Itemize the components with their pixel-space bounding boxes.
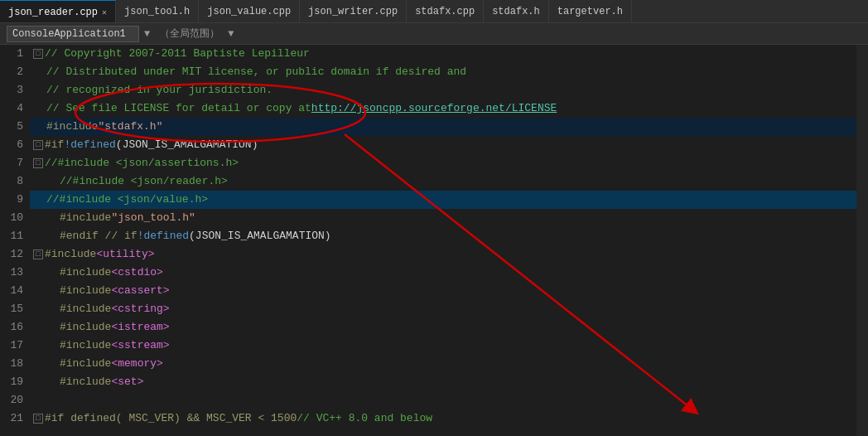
line-4-text: // See file LICENSE for detail or copy a… [46, 99, 311, 118]
tab-label: json_reader.cpp [8, 7, 98, 18]
code-line-16: #include <istream> [30, 318, 856, 337]
collapse-icon-6[interactable]: □ [33, 140, 43, 150]
tab-json-writer[interactable]: json_writer.cpp [300, 0, 407, 23]
project-selector[interactable]: ConsoleApplication1 [7, 26, 139, 42]
line-num-19: 19 [0, 373, 23, 391]
line-num-2: 2 [0, 63, 23, 81]
tab-targetver[interactable]: targetver.h [549, 0, 632, 23]
toolbar-arrow: ▼ [144, 28, 150, 40]
line-num-18: 18 [0, 355, 23, 373]
collapse-icon-1[interactable]: □ [33, 49, 43, 59]
code-line-4: // See file LICENSE for detail or copy a… [30, 99, 856, 118]
line-3-text: // recognized in your jurisdiction. [46, 81, 272, 99]
code-area: 1 2 3 4 5 6 7 8 9 10 11 12 13 14 15 16 1… [0, 45, 868, 436]
code-line-19: #include <set> [30, 373, 856, 391]
line-6-text: #if [45, 136, 64, 154]
code-line-2: // Distributed under MIT license, or pub… [30, 63, 856, 81]
code-line-12: □ #include <utility> [30, 245, 856, 264]
code-line-17: #include <sstream> [30, 337, 856, 355]
code-line-7: □ //#include <json/assertions.h> [30, 154, 856, 172]
line-num-1: 1 [0, 45, 23, 63]
line-5-include: #include [46, 118, 98, 136]
toolbar: ConsoleApplication1 ▼ （全局范围） ▼ [0, 23, 868, 45]
code-line-8: //#include <json/reader.h> [30, 172, 856, 191]
line-4-link[interactable]: http://jsoncpp.sourceforge.net/LICENSE [311, 99, 557, 118]
code-line-14: #include <cassert> [30, 282, 856, 300]
line-8-text: //#include <json/reader.h> [60, 172, 228, 191]
code-line-5: #include "stdafx.h" [30, 118, 856, 136]
line-19-include: #include [60, 373, 111, 391]
line-num-17: 17 [0, 337, 23, 355]
line-1-text: // Copyright 2007-2011 Baptiste Lepilleu… [45, 45, 310, 63]
code-line-15: #include <cstring> [30, 300, 856, 318]
line-numbers: 1 2 3 4 5 6 7 8 9 10 11 12 13 14 15 16 1… [0, 45, 30, 436]
line-2-text: // Distributed under MIT license, or pub… [46, 63, 466, 81]
tab-json-value[interactable]: json_value.cpp [199, 0, 300, 23]
line-num-21: 21 [0, 409, 23, 428]
line-num-15: 15 [0, 300, 23, 318]
code-line-11: #endif // if !defined(JSON_IS_AMALGAMATI… [30, 227, 856, 245]
tab-label: stdafx.h [492, 6, 540, 17]
tab-label: json_writer.cpp [308, 6, 398, 17]
line-7-text: //#include <json/assertions.h> [45, 154, 239, 172]
line-21-comment: // VC++ 8.0 and below [297, 409, 432, 428]
line-16-file: <istream> [111, 318, 169, 337]
line-15-file: <cstring> [111, 300, 169, 318]
line-num-8: 8 [0, 172, 23, 191]
line-11-not: !defined [137, 227, 189, 245]
line-11-paren: (JSON_IS_AMALGAMATION) [189, 227, 331, 245]
line-20-empty [33, 391, 40, 409]
collapse-icon-12[interactable]: □ [33, 249, 43, 259]
code-line-6: □ #if !defined(JSON_IS_AMALGAMATION) [30, 136, 856, 154]
line-9-text: //#include <json/value.h> [46, 191, 208, 209]
line-16-include: #include [60, 318, 111, 337]
line-6-paren: (JSON_IS_AMALGAMATION) [116, 136, 258, 154]
line-12-file: <utility> [96, 245, 154, 264]
vertical-scrollbar[interactable] [856, 45, 868, 436]
line-num-9: 9 [0, 191, 23, 209]
line-19-file: <set> [111, 373, 143, 391]
tab-json-tool[interactable]: json_tool.h [116, 0, 199, 23]
code-line-13: #include <cstdio> [30, 264, 856, 282]
toolbar-scope-label: （全局范围） [160, 27, 219, 41]
line-num-20: 20 [0, 391, 23, 409]
line-10-file: "json_tool.h" [111, 209, 195, 227]
line-21-text: #if defined( MSC_VER) && MSC_VER < 1500 [45, 409, 297, 428]
line-14-include: #include [60, 282, 111, 300]
code-line-21: □ #if defined( MSC_VER) && MSC_VER < 150… [30, 409, 856, 428]
line-10-include: #include [60, 209, 111, 227]
line-14-file: <cassert> [111, 282, 169, 300]
line-num-14: 14 [0, 282, 23, 300]
code-line-9: //#include <json/value.h> [30, 191, 856, 209]
line-18-file: <memory> [111, 355, 162, 373]
line-num-4: 4 [0, 99, 23, 118]
line-num-11: 11 [0, 227, 23, 245]
tab-label: json_value.cpp [207, 6, 291, 17]
code-line-20 [30, 391, 856, 409]
tab-stdafx-cpp[interactable]: stdafx.cpp [407, 0, 484, 23]
line-13-include: #include [60, 264, 111, 282]
tab-stdafx-h[interactable]: stdafx.h [484, 0, 549, 23]
tab-label: stdafx.cpp [415, 6, 475, 17]
line-5-file: "stdafx.h" [98, 118, 162, 136]
code-lines[interactable]: □ // Copyright 2007-2011 Baptiste Lepill… [30, 45, 856, 436]
line-num-16: 16 [0, 318, 23, 337]
collapse-icon-7[interactable]: □ [33, 158, 43, 168]
tab-label: json_tool.h [124, 6, 190, 17]
tab-json-reader[interactable]: json_reader.cpp ✕ [0, 0, 116, 23]
collapse-icon-21[interactable]: □ [33, 414, 43, 424]
line-num-3: 3 [0, 81, 23, 99]
code-line-18: #include <memory> [30, 355, 856, 373]
line-17-file: <sstream> [111, 337, 169, 355]
line-num-12: 12 [0, 245, 23, 264]
line-17-include: #include [60, 337, 111, 355]
tab-close-icon[interactable]: ✕ [102, 7, 107, 17]
line-12-include: #include [45, 245, 96, 264]
code-line-1: □ // Copyright 2007-2011 Baptiste Lepill… [30, 45, 856, 63]
line-15-include: #include [60, 300, 111, 318]
line-num-10: 10 [0, 209, 23, 227]
line-18-include: #include [60, 355, 111, 373]
code-line-10: #include "json_tool.h" [30, 209, 856, 227]
line-num-6: 6 [0, 136, 23, 154]
code-line-3: // recognized in your jurisdiction. [30, 81, 856, 99]
